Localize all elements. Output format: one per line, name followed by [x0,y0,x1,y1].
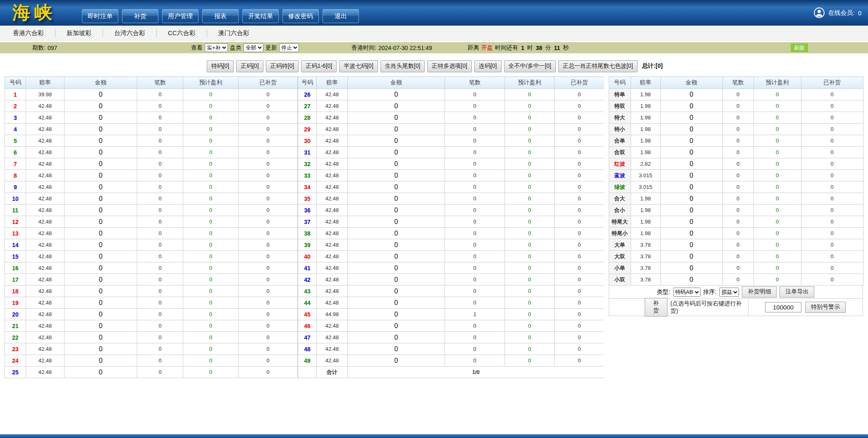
number-row[interactable]: 242.480000 [5,100,298,112]
number-row[interactable]: 2542.480000 [5,367,298,378]
nav-user-management[interactable]: 用户管理 [162,9,198,23]
special-bet-row[interactable]: 合单1.980000 [609,135,863,147]
update-select[interactable]: 停止 [279,43,299,52]
number-row[interactable]: 642.480000 [5,147,298,158]
tab-macau-lottery[interactable]: 澳门六合彩 [207,29,261,37]
special-bet-row[interactable]: 特单1.980000 [609,89,863,100]
number-row[interactable]: 2142.480000 [5,320,298,332]
number-row[interactable]: 3042.480000 [298,135,604,147]
number-row[interactable]: 2342.480000 [5,343,298,355]
special-bet-row[interactable]: 合大1.980000 [609,193,863,205]
number-row[interactable]: 842.480000 [5,170,298,181]
special-bet-row[interactable]: 大双3.780000 [609,251,863,262]
restock-button[interactable]: 补货 [645,298,667,317]
type-select[interactable]: 特码AB [673,288,701,297]
bet-category-filter-button[interactable]: 连码[0] [474,60,502,72]
number-row[interactable]: 1442.480000 [5,239,298,251]
special-bet-row[interactable]: 特尾小1.980000 [609,228,863,239]
bet-category-filter-button[interactable]: 正总一肖正特尾数七色波[0] [558,60,638,72]
number-row[interactable]: 1842.480000 [5,286,298,297]
number-row[interactable]: 2642.480000 [298,89,604,100]
number-row[interactable]: 3842.480000 [298,228,604,239]
number-row[interactable]: 1042.480000 [5,193,298,205]
number-row[interactable]: 2942.480000 [298,124,604,135]
number-row[interactable]: 742.480000 [5,158,298,170]
nav-draw-results[interactable]: 开奖结果 [242,9,279,23]
number-row[interactable]: 4242.480000 [298,274,604,286]
special-bet-row[interactable]: 红波2.820000 [609,158,863,170]
nav-change-password[interactable]: 修改密码 [282,9,319,23]
number-row[interactable]: 1542.480000 [5,251,298,262]
sort-select[interactable]: 损益 [719,288,739,297]
number-row[interactable]: 2042.480000 [5,309,298,320]
nav-reports[interactable]: 报表 [202,9,239,23]
number-row[interactable]: 2242.480000 [5,332,298,343]
special-bet-row[interactable]: 大单3.780000 [609,239,863,251]
number-row[interactable]: 2742.480000 [298,100,604,112]
number-row[interactable]: 1742.480000 [5,274,298,286]
nav-instant-orders[interactable]: 即时注单 [82,9,118,23]
pan-select[interactable]: 全部 [244,43,263,52]
special-bet-row[interactable]: 特双1.980000 [609,100,863,112]
special-number-alert-button[interactable]: 特别号警示 [805,302,846,313]
tab-taiwan-lottery[interactable]: 台湾六合彩 [103,29,157,37]
number-row[interactable]: 3642.480000 [298,205,604,216]
order-export-button[interactable]: 注单导出 [780,286,814,298]
number-row[interactable]: 4842.480000 [298,343,604,355]
tab-singapore-lottery[interactable]: 新加坡彩 [55,29,103,37]
number-row[interactable]: 1342.480000 [5,228,298,239]
tab-hk-lottery[interactable]: 香港六合彩 [2,29,55,37]
number-row[interactable]: 3442.480000 [298,181,604,193]
bet-category-filter-button[interactable]: 生肖头尾数[0] [380,60,425,72]
number-row[interactable]: 4042.480000 [298,251,604,262]
restock-detail-button[interactable]: 补货明细 [742,286,777,298]
tab-cc-lottery[interactable]: CC六合彩 [157,29,207,37]
special-bet-row[interactable]: 合小1.980000 [609,205,863,216]
bet-category-filter-button[interactable]: 正码1-6[0] [301,60,337,72]
number-row[interactable]: 1242.480000 [5,216,298,228]
special-bet-row[interactable]: 小单3.780000 [609,262,863,274]
number-row[interactable]: 2842.480000 [298,112,604,124]
number-row[interactable]: 4342.480000 [298,286,604,297]
number-row[interactable]: 1642.480000 [5,262,298,274]
number-row[interactable]: 1142.480000 [5,205,298,216]
number-row[interactable]: 3542.480000 [298,193,604,205]
refresh-button[interactable]: 刷新 [791,43,808,52]
number-row[interactable]: 4742.480000 [298,332,604,343]
number-row[interactable]: 3942.480000 [298,239,604,251]
bet-category-filter-button[interactable]: 特码[0] [207,60,234,72]
bet-category-filter-button[interactable]: 正码[0] [236,60,263,72]
number-row[interactable]: 342.480000 [5,112,298,124]
number-row[interactable]: 3242.480000 [298,158,604,170]
number-row[interactable]: 3142.480000 [298,147,604,158]
number-row[interactable]: 442.480000 [5,124,298,135]
bet-category-filter-button[interactable]: 正码特[0] [266,60,299,72]
number-row[interactable]: 2442.480000 [5,355,298,367]
number-row[interactable]: 139.980000 [5,89,298,100]
special-bet-row[interactable]: 特尾大1.980000 [609,216,863,228]
number-row[interactable]: 4544.980100 [298,309,604,320]
special-bet-row[interactable]: 特大1.980000 [609,112,863,124]
number-row[interactable]: 4942.480000 [298,355,604,367]
number-row[interactable]: 942.480000 [5,181,298,193]
special-bet-row[interactable]: 蓝波3.0150000 [609,170,863,181]
nav-restock[interactable]: 补货 [122,9,158,23]
bet-category-filter-button[interactable]: 正特多选项[0] [427,60,472,72]
special-bet-row[interactable]: 特小1.980000 [609,124,863,135]
special-bet-row[interactable]: 绿波3.0150000 [609,181,863,193]
number-row[interactable]: 3742.480000 [298,216,604,228]
special-bet-row[interactable]: 小双3.780000 [609,274,863,286]
view-select[interactable]: 实+补 [205,43,228,52]
nav-logout[interactable]: 退出 [323,9,359,23]
special-bet-row[interactable]: 合双1.980000 [609,147,863,158]
number-row[interactable]: 4142.480000 [298,262,604,274]
alert-amount-input[interactable] [765,302,801,312]
number-row[interactable]: 1942.480000 [5,297,298,309]
number-row[interactable]: 4642.480000 [298,320,604,332]
column-header: 赔率 [26,77,65,89]
number-row[interactable]: 3342.480000 [298,170,604,181]
number-row[interactable]: 542.480000 [5,135,298,147]
number-row[interactable]: 4442.480000 [298,297,604,309]
bet-category-filter-button[interactable]: 半波七码[0] [339,60,378,72]
bet-category-filter-button[interactable]: 全不中/多中一[0] [504,60,556,72]
